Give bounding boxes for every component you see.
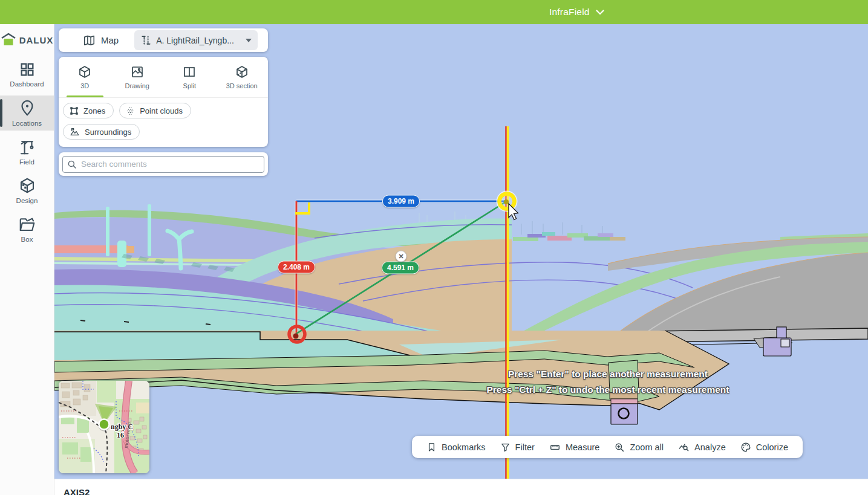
sidebar-item-label: Dashboard	[10, 80, 44, 88]
split-icon	[182, 65, 197, 79]
axis-panel-title: AXIS2	[64, 487, 868, 495]
folder-icon	[18, 215, 36, 233]
map-button[interactable]: Map	[83, 34, 119, 46]
measurement-label-vertical: 2.408 m	[278, 261, 315, 274]
tool-label: Analyze	[694, 442, 726, 452]
tab-label: 3D	[80, 82, 89, 89]
zoom-all-button[interactable]: Zoom all	[614, 442, 664, 453]
minimap-position-marker	[99, 419, 109, 430]
tab-label: Drawing	[125, 82, 149, 89]
map-icon	[83, 34, 96, 46]
sidebar-item-locations[interactable]: Locations	[0, 95, 54, 131]
palette-icon	[740, 442, 751, 453]
alignment-axis-icon	[140, 34, 152, 46]
minimap-number-label: 16	[117, 431, 124, 439]
bookmark-icon	[426, 442, 437, 453]
bottom-panel: AXIS2	[54, 479, 868, 495]
ruler-icon	[549, 442, 561, 453]
app-title: InfraField	[549, 7, 590, 18]
measurement-label-horizontal: 3.909 m	[382, 195, 420, 208]
brand-name: DALUX	[19, 35, 54, 45]
search-icon	[67, 159, 77, 170]
chip-point-clouds[interactable]: Point clouds	[119, 103, 191, 118]
dalux-logo: DALUX	[0, 27, 54, 53]
sidebar-item-field[interactable]: Field	[0, 134, 54, 169]
view-tabs: 3D Drawing	[59, 57, 268, 98]
tab-3d[interactable]: 3D	[59, 57, 111, 97]
chip-label: Point clouds	[140, 106, 183, 115]
model-selector-value: A. LightRail_Lyngb...	[156, 36, 241, 45]
surroundings-icon	[69, 127, 80, 137]
tool-label: Zoom all	[630, 442, 664, 452]
zoom-all-icon	[614, 442, 625, 453]
sidebar: DALUX Dashboard Locations	[0, 24, 54, 495]
tab-split[interactable]: Split	[163, 57, 216, 97]
search-card	[59, 152, 268, 176]
tab-3d-section[interactable]: 3D section	[216, 57, 269, 97]
dashboard-icon	[19, 61, 36, 78]
tool-label: Colorize	[756, 442, 788, 452]
tool-label: Bookmarks	[442, 442, 486, 452]
tool-label: Measure	[566, 442, 599, 452]
hint-line-2: Press "Ctrl + Z" to undo the most recent…	[366, 382, 850, 398]
tool-label: Filter	[515, 442, 535, 452]
bookmarks-button[interactable]: Bookmarks	[426, 442, 486, 453]
dalux-house-icon	[1, 33, 16, 47]
map-viewport[interactable]: 3.909 m 2.408 m 4.591 m ✕ Press "Enter" …	[54, 24, 868, 479]
tab-label: Split	[183, 82, 196, 89]
sidebar-item-label: Field	[19, 158, 34, 166]
model-selector-dropdown[interactable]: A. LightRail_Lyngb...	[134, 30, 258, 50]
zones-icon	[69, 106, 79, 116]
view-options-card: 3D Drawing	[59, 57, 268, 147]
sidebar-item-box[interactable]: Box	[0, 212, 54, 247]
sidebar-item-label: Design	[16, 197, 38, 204]
search-input[interactable]	[62, 156, 264, 173]
measure-button[interactable]: Measure	[549, 442, 599, 453]
location-pin-icon	[18, 99, 36, 117]
chip-label: Zones	[83, 106, 105, 115]
point-cloud-icon	[125, 106, 135, 116]
hint-line-1: Press "Enter" to place another measureme…	[366, 366, 850, 382]
axis-line	[505, 126, 509, 479]
caret-down-icon	[246, 39, 252, 42]
chip-zones[interactable]: Zones	[63, 103, 114, 118]
tab-drawing[interactable]: Drawing	[111, 57, 164, 97]
drawing-icon	[130, 65, 145, 79]
infrafield-app: InfraField DALUX Dashboard	[0, 0, 868, 495]
project-switcher[interactable]: InfraField	[549, 0, 604, 24]
map-toolbar: Bookmarks Filter Measure	[412, 436, 803, 458]
cube-icon	[77, 65, 92, 79]
measurement-label-diagonal: 4.591 m	[382, 262, 419, 274]
minimap-canvas: ngby C 16 motorvejen	[59, 381, 149, 473]
filter-button[interactable]: Filter	[500, 442, 535, 453]
design-cube-icon	[18, 176, 36, 195]
measurement-hints: Press "Enter" to place another measureme…	[366, 366, 850, 398]
sidebar-item-label: Locations	[12, 120, 42, 127]
chevron-down-icon	[596, 10, 604, 15]
map-selector-card: Map A. LightRail_Lyngb...	[59, 28, 268, 52]
sidebar-item-dashboard[interactable]: Dashboard	[0, 57, 54, 92]
cube-section-icon	[235, 65, 249, 79]
delete-measurement-button[interactable]: ✕	[396, 251, 407, 262]
map-button-label: Map	[101, 35, 119, 45]
top-bar: InfraField	[0, 0, 868, 24]
analyze-button[interactable]: Analyze	[678, 442, 726, 453]
analyze-icon	[678, 442, 690, 453]
chip-label: Surroundings	[85, 128, 131, 137]
layer-chips: Zones Point clouds	[59, 98, 268, 140]
chip-surroundings[interactable]: Surroundings	[63, 124, 140, 140]
crane-icon	[18, 138, 36, 156]
filter-icon	[500, 442, 511, 453]
tab-label: 3D section	[226, 82, 258, 89]
sidebar-item-label: Box	[21, 236, 33, 243]
minimap[interactable]: ngby C 16 motorvejen	[59, 381, 149, 473]
sidebar-item-design[interactable]: Design	[0, 173, 54, 208]
colorize-button[interactable]: Colorize	[740, 442, 788, 453]
